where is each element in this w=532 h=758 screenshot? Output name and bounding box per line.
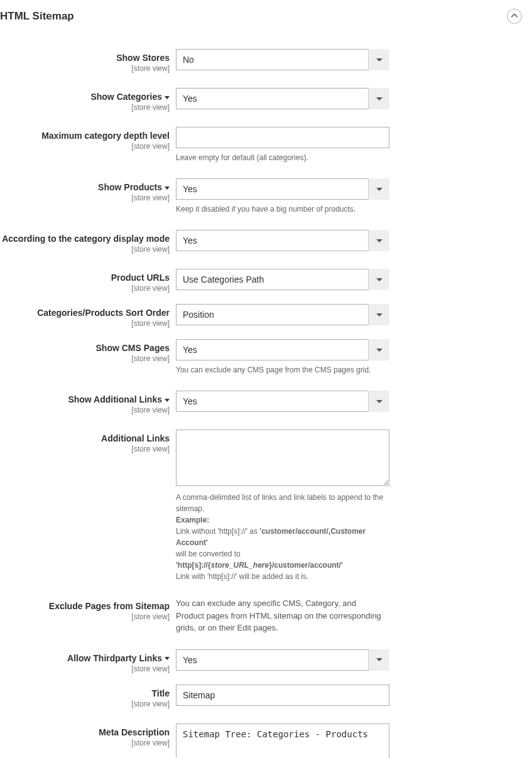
label: According to the category display mode [… [0,230,176,254]
field-note: Keep it disabled if you have a big numbe… [176,203,389,215]
row-exclude-pages: Exclude Pages from Sitemap [store view] … [0,597,526,634]
label: Title [store view] [0,685,176,708]
row-show-categories: Show Categories [store view] [0,88,526,112]
row-category-display-mode: According to the category display mode [… [0,230,526,254]
field-note: You can exclude any CMS page from the CM… [176,364,389,376]
fieldset: Show Stores [store view] Show Categories… [0,49,526,758]
row-show-products: Show Products [store view] Keep it disab… [0,178,526,215]
section-header[interactable]: HTML Sitemap [0,0,526,33]
row-allow-thirdparty: Allow Thirdparty Links [store view] [0,649,526,673]
label: Exclude Pages from Sitemap [store view] [0,597,176,621]
row-max-category-depth: Maximum category depth level [store view… [0,127,526,163]
label: Show CMS Pages [store view] [0,339,176,363]
show-additional-links-select[interactable] [176,391,389,412]
label: Show Categories [store view] [0,88,176,112]
field-note: You can exclude any specific CMS, Catego… [176,597,383,634]
show-products-select[interactable] [176,178,389,200]
show-cms-select[interactable] [176,339,389,360]
show-categories-select[interactable] [176,88,389,109]
additional-links-textarea[interactable] [176,430,389,486]
max-category-depth-input[interactable] [176,127,389,148]
label: Allow Thirdparty Links [store view] [0,649,176,673]
collapse-icon[interactable] [507,9,522,24]
row-show-cms: Show CMS Pages [store view] You can excl… [0,339,526,376]
caret-down-icon [165,187,170,190]
label: Show Additional Links [store view] [0,391,176,414]
label: Meta Description [store view] [0,723,176,747]
caret-down-icon [165,399,170,402]
product-urls-select[interactable] [176,269,389,290]
label: Product URLs [store view] [0,269,176,293]
row-meta-description: Meta Description [store view] [0,723,526,759]
category-display-mode-select[interactable] [176,230,389,251]
allow-thirdparty-select[interactable] [176,649,389,671]
show-stores-select[interactable] [176,49,389,70]
row-product-urls: Product URLs [store view] [0,269,526,293]
caret-down-icon [165,657,170,660]
label: Additional Links [store view] [0,430,176,453]
label: Categories/Products Sort Order [store vi… [0,304,176,328]
label: Show Products [store view] [0,178,176,202]
row-title: Title [store view] [0,685,526,708]
caret-down-icon [165,96,170,99]
row-sort-order: Categories/Products Sort Order [store vi… [0,304,526,328]
title-input[interactable] [176,685,389,706]
field-note: Leave empty for default (all categories)… [176,152,389,163]
field-note: A comma-delimited list of links and link… [176,492,389,582]
row-show-stores: Show Stores [store view] [0,49,526,73]
section-title: HTML Sitemap [0,10,74,23]
label: Show Stores [store view] [0,49,176,73]
row-additional-links: Additional Links [store view] A comma-de… [0,430,526,582]
sort-order-select[interactable] [176,304,389,325]
row-show-additional-links: Show Additional Links [store view] [0,391,526,414]
label: Maximum category depth level [store view… [0,127,176,151]
meta-description-textarea[interactable] [176,723,389,759]
